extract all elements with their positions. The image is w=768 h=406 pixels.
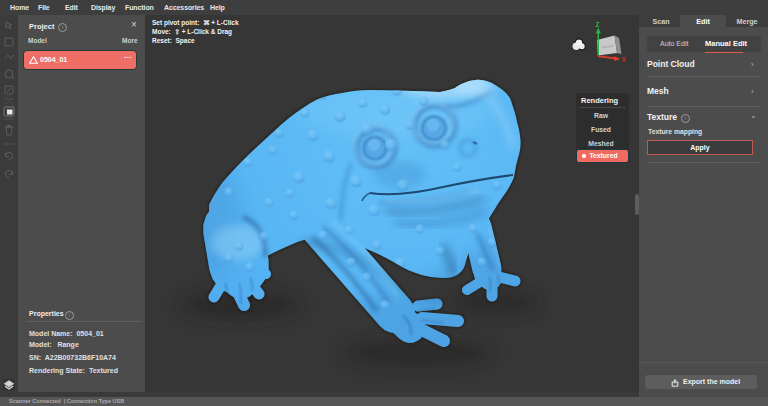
svg-text:X: X [622, 56, 627, 63]
svg-text:Z: Z [596, 21, 600, 28]
